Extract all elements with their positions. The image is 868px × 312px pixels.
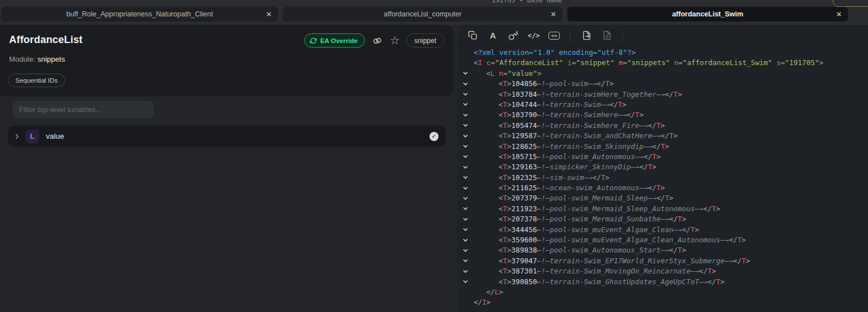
list-type-badge: L xyxy=(25,130,39,143)
page-title: AffordanceList xyxy=(9,34,83,46)
ea-override-label: EA Override xyxy=(320,37,358,44)
code-line: <T>359600←!—pool-swim_muEvent_Algae_Clea… xyxy=(458,235,868,245)
code-line: </I> xyxy=(458,297,868,307)
fold-chevron-icon[interactable] xyxy=(462,153,469,160)
fold-chevron-icon[interactable] xyxy=(462,101,469,108)
fold-chevron-icon[interactable] xyxy=(462,268,469,275)
code-line: <T>379047←!—terrain-Swim_EP17World_River… xyxy=(458,256,868,266)
code-line: <T>104856←!—pool-swim—→</T> xyxy=(458,79,868,89)
tab-label: affordanceList_Swim xyxy=(672,10,743,18)
code-badge-icon[interactable]: <> xyxy=(544,25,564,46)
fold-chevron-icon[interactable] xyxy=(462,185,469,191)
fold-chevron-icon[interactable] xyxy=(462,258,469,264)
code-line: <T>344456←!—pool-swim_muEvent_Algae_Clea… xyxy=(458,225,868,235)
code-line: <T>105715←!—pool-swim_Autonomous—→</T> xyxy=(458,152,868,162)
cropped-toolbar-button[interactable] xyxy=(833,0,868,7)
sequential-ids-badge[interactable]: Sequential IDs xyxy=(8,74,65,87)
code-line: <T>207379←!—pool-swim_Mermaid_Sleep—→</T… xyxy=(458,193,868,203)
tab-buff_Role_Appropriateness_Naturopath_Client[interactable]: buff_Role_Appropriateness_Naturopath_Cli… xyxy=(1,7,278,22)
fold-chevron-icon[interactable] xyxy=(462,91,469,97)
sync-icon xyxy=(310,37,317,44)
fold-chevron-icon[interactable] xyxy=(462,216,469,223)
file-document-icon[interactable] xyxy=(597,25,617,46)
export-file-icon[interactable] xyxy=(576,25,597,46)
fold-chevron-icon[interactable] xyxy=(462,81,469,87)
filter-input[interactable] xyxy=(12,101,154,118)
code-editor[interactable]: <?xml version="1.0" encoding="utf-8"?><I… xyxy=(458,46,868,308)
tab-label: affordanceList_computer xyxy=(384,10,461,18)
fold-chevron-icon[interactable] xyxy=(462,112,469,118)
copy-icon[interactable] xyxy=(462,25,483,46)
code-line: <T>129163←!—simpicker_SkinnyDip—→</T> xyxy=(458,162,868,172)
tree-row-label: value xyxy=(46,132,64,140)
fold-chevron-icon[interactable] xyxy=(462,133,469,139)
fold-chevron-icon[interactable] xyxy=(462,174,469,181)
snippet-type-pill: snippet xyxy=(406,33,444,48)
code-line: <T>103790←!—terrain-Swimhere—→</T> xyxy=(458,110,868,120)
fold-chevron-icon[interactable] xyxy=(462,206,469,212)
code-line: <I c="AffordanceList" i="snippet" m="sni… xyxy=(458,58,868,68)
link-icon[interactable] xyxy=(372,35,383,46)
font-icon[interactable]: A xyxy=(483,25,503,46)
tree-row-value[interactable]: L value ✓ xyxy=(8,126,445,147)
module-label: Module: xyxy=(9,55,35,63)
code-line: <T>387301←!—terrain-Swim_MovingOn_Reinca… xyxy=(458,266,868,276)
code-line: <T>211625←!—ocean-swim_Autonomous—→</T> xyxy=(458,183,868,193)
xml-editor-panel: A</><> <?xml version="1.0" encoding="utf… xyxy=(458,25,868,312)
fold-chevron-icon[interactable] xyxy=(462,279,469,285)
code-line: <L n="value"> xyxy=(458,69,868,79)
close-icon[interactable]: × xyxy=(266,10,271,18)
tuning-header-card: AffordanceList EA Override ☆ snippet Mod… xyxy=(0,25,453,96)
code-line: <T>389838←!—pool-swim_Autonomous_Start—→… xyxy=(458,245,868,255)
instance-info: 191705 • Base Game xyxy=(492,0,582,4)
fold-chevron-icon[interactable] xyxy=(462,195,469,202)
code-line: <T>211923←!—pool-swim_Mermaid_Sleep_Auto… xyxy=(458,204,868,214)
editor-toolbar: A</><> xyxy=(458,25,868,46)
toolbar-divider xyxy=(570,29,571,42)
code-line: <T>129587←!—terrain-Swim_andChatHere—→</… xyxy=(458,131,868,141)
fold-chevron-icon[interactable] xyxy=(462,70,469,76)
check-icon: ✓ xyxy=(429,132,439,141)
code-icon[interactable]: </> xyxy=(524,25,544,46)
ea-override-badge[interactable]: EA Override xyxy=(304,33,365,48)
tab-label: buff_Role_Appropriateness_Naturopath_Cli… xyxy=(66,10,213,18)
code-line: <T>128625←!—terrain-Swim_Skinnydip—→</T> xyxy=(458,142,868,152)
code-line: <T>102325←!—sim-swim—→</T> xyxy=(458,173,868,183)
code-line: <T>105474←!—terrain-Swimhere_Fire—→</T> xyxy=(458,121,868,131)
fold-chevron-icon[interactable] xyxy=(462,247,469,254)
code-line: </L> xyxy=(458,287,868,297)
chevron-right-icon[interactable] xyxy=(14,133,20,140)
close-icon[interactable]: × xyxy=(836,10,841,18)
tab-affordanceList_Swim[interactable]: affordanceList_Swim× xyxy=(567,7,848,22)
toolbar-divider xyxy=(623,29,623,42)
tab-affordanceList_computer[interactable]: affordanceList_computer× xyxy=(283,7,563,22)
header-actions: EA Override ☆ snippet xyxy=(304,33,444,48)
fold-chevron-icon[interactable] xyxy=(462,122,469,129)
close-icon[interactable]: × xyxy=(551,10,556,18)
code-line: <T>104744←!—terrain-Swim—→</T> xyxy=(458,100,868,110)
code-line: <T>207378←!—pool-swim_Mermaid_Sunbathe—→… xyxy=(458,214,868,224)
code-line: <?xml version="1.0" encoding="utf-8"?> xyxy=(458,48,868,58)
fold-chevron-icon[interactable] xyxy=(462,164,469,170)
module-row: Module:snippets xyxy=(9,55,65,63)
code-line: <T>390850←!—terrain-Swim_GhostUpdates_Ag… xyxy=(458,277,868,287)
fold-chevron-icon[interactable] xyxy=(462,143,469,149)
fold-chevron-icon[interactable] xyxy=(462,226,469,233)
module-value: snippets xyxy=(37,55,65,63)
star-icon[interactable]: ☆ xyxy=(390,35,399,46)
fold-chevron-icon[interactable] xyxy=(462,237,469,243)
code-line: <T>103784←!—terrain-swimHere_Together—→<… xyxy=(458,89,868,100)
tab-strip: 191705 • Base Game buff_Role_Appropriate… xyxy=(0,0,868,25)
key-icon[interactable] xyxy=(503,25,524,46)
